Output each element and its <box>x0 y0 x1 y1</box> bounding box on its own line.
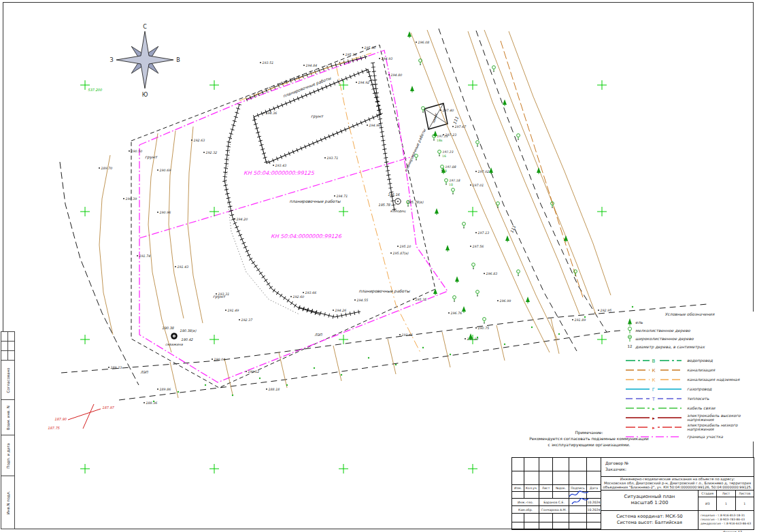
map-label: КН 50:04:0000000:99126 <box>271 233 342 239</box>
sewer <box>501 41 584 299</box>
tree-icon <box>477 337 478 338</box>
svg-text:195.87(в): 195.87(в) <box>392 252 408 255</box>
svg-text:195.36: 195.36 <box>345 53 357 56</box>
tree-icon <box>526 297 530 303</box>
note-title: Примечание: <box>511 429 667 435</box>
svg-text:188.18: 188.18 <box>268 388 280 391</box>
row-date: 10.2024 <box>587 499 601 506</box>
elevation-point: 190.69 <box>157 169 171 172</box>
grid-cross <box>339 80 348 90</box>
height-system: Система высот: Балтийская <box>617 520 682 526</box>
power-line <box>83 404 94 429</box>
elevation-point: 189.86 <box>157 388 171 391</box>
tree-icon <box>259 378 260 379</box>
legend-line-label: электрокабель высокого напряжения <box>687 414 755 422</box>
tree-icon <box>574 270 577 276</box>
grid-cross <box>209 464 219 473</box>
col-izm: Изм. <box>512 485 524 492</box>
tree-icon <box>205 384 206 386</box>
svg-text:188.36: 188.36 <box>146 401 158 405</box>
map-label: скважина <box>165 342 184 346</box>
svg-text:194.20: 194.20 <box>236 218 248 221</box>
tree-icon <box>517 134 520 140</box>
contour <box>99 155 113 335</box>
legend: Условные обозначения ельмелколиственное … <box>624 312 755 442</box>
fence <box>279 352 287 388</box>
legend-symbol-row: 12диаметр дерева, в сантиметрах <box>624 342 755 350</box>
legend-line-label: канализация надземная <box>687 378 739 382</box>
tree-icon <box>407 31 411 38</box>
elevation-point: 196.99 <box>497 299 511 303</box>
tree-icon <box>422 107 425 113</box>
stage-header: Стадия <box>699 491 717 497</box>
svg-text:197.15: 197.15 <box>437 135 448 138</box>
svg-text:189.70: 189.70 <box>101 167 113 170</box>
elevation-point: 193.43 <box>273 164 287 167</box>
left-margin-cell: Подп. и дата <box>1 435 15 476</box>
svg-text:189.23: 189.23 <box>110 366 122 369</box>
svg-text:190.39: 190.39 <box>125 197 137 201</box>
legend-symbol-row: широколиственное дерево <box>624 334 755 342</box>
tree-icon <box>483 318 486 324</box>
svg-text:197.56: 197.56 <box>472 245 484 248</box>
road-right-1 <box>439 29 577 351</box>
elevation-point: 191.49 <box>225 309 239 312</box>
note: Примечание: Рекомендуется согласовать по… <box>511 429 667 448</box>
tree-icon <box>472 263 475 269</box>
sheet-value: 1 <box>717 497 735 510</box>
map-label: 190.38 <box>162 326 174 330</box>
elevation-point: 194.55 <box>354 299 369 302</box>
tree-icon <box>422 347 424 348</box>
svg-text:10: 10 <box>449 183 453 186</box>
map-label: ЛЭП <box>140 370 148 374</box>
grid-cross <box>339 464 348 473</box>
svg-text:197.08: 197.08 <box>445 165 456 169</box>
legend-line-label: кабель связи <box>687 406 716 411</box>
elevation-point: 196.76 <box>448 312 462 315</box>
tree-icon <box>492 66 496 72</box>
note-line: Рекомендуется согласовать подземные комм… <box>511 435 667 442</box>
left-margin-empty-cell <box>1 331 15 341</box>
legend-title: Условные обозначения <box>624 312 755 316</box>
elevation-point: 190.96 <box>157 211 171 214</box>
stage-value: ИЗ <box>699 497 717 510</box>
well-icon <box>171 333 178 339</box>
row-role: Инж.-гео. <box>512 499 539 506</box>
tree-icon <box>232 395 233 396</box>
elevation-point: 190.75 <box>475 327 490 330</box>
road-bottom-1 <box>61 304 707 373</box>
svg-text:В: В <box>652 358 656 363</box>
map-label: колодец <box>390 209 406 213</box>
tree-icon <box>341 374 342 376</box>
svg-text:191.61: 191.61 <box>401 333 413 337</box>
compass-rose: СЮЗВ <box>110 24 180 98</box>
contract-label: Договор № <box>605 460 754 466</box>
svg-text:192.32: 192.32 <box>205 151 218 154</box>
doc-title-cell: Ситуационный план масштаб 1:200 <box>601 491 699 510</box>
elevation-point: 194.26 <box>333 309 347 312</box>
elevation-point: 193.71 <box>324 156 338 160</box>
svg-text:191.74: 191.74 <box>139 254 151 258</box>
map-label: 187.90 <box>54 417 67 421</box>
elevation-point: 192.32 <box>203 151 218 154</box>
svg-text:190.12: 190.12 <box>248 370 260 373</box>
well-icon <box>395 199 401 204</box>
svg-text:196.08: 196.08 <box>418 41 430 44</box>
tree-icon <box>455 276 459 283</box>
legend-line-label: электрокабель низкого напряжения <box>687 423 755 432</box>
elevation-point: 191.61 <box>399 333 413 337</box>
tree-icon <box>497 202 500 208</box>
svg-text:197.40: 197.40 <box>442 109 454 112</box>
customer-label: Заказчик: <box>605 466 754 472</box>
signature-cell <box>569 506 587 514</box>
elevation-point: 194.96 <box>367 124 381 127</box>
col-koluch: Кол.уч. <box>524 485 539 492</box>
elevation-point: 195.36 <box>343 53 357 56</box>
grid-cross <box>209 335 219 344</box>
tree-icon <box>453 296 456 302</box>
svg-text:К: К <box>652 377 656 382</box>
dotted-terrain <box>226 136 299 314</box>
svg-text:190.75: 190.75 <box>477 327 490 330</box>
elevation-point: 194.93 <box>379 57 393 61</box>
contract-cell: Договор № Заказчик: <box>601 458 754 477</box>
